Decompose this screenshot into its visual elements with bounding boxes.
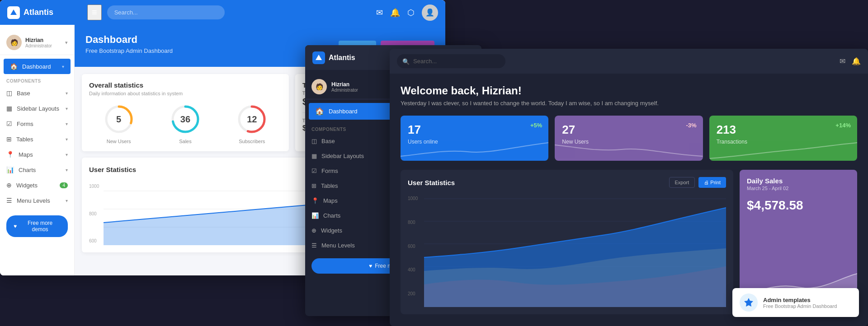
search-input-light[interactable] (107, 5, 225, 19)
gauge-circle-new-users: 5 (103, 103, 135, 135)
sidebar-item-label-forms: Forms (17, 121, 33, 127)
tables-chevron-icon: ▾ (66, 137, 68, 142)
forms-icon-dark: ☑ (311, 168, 317, 174)
sidebar-item-label-charts: Charts (19, 167, 36, 173)
y-label-800: 800 (89, 211, 104, 216)
base-chevron-icon: ▾ (66, 91, 68, 96)
logo-dark-sidebar: Atlantis (312, 51, 355, 64)
maps-icon-dark: 📍 (311, 197, 319, 204)
logo-text: Atlantis (24, 8, 53, 17)
tables-icon: ⊞ (6, 135, 12, 143)
sidebar-item-label-dashboard: Dashboard (22, 63, 51, 70)
menu-levels-label-dark: Menu Levels (321, 242, 355, 249)
forms-chevron-icon: ▾ (66, 121, 68, 126)
sidebar-item-sidebar-layouts[interactable]: ▦ Sidebar Layouts ▾ (0, 101, 74, 116)
free-demos-button[interactable]: ♥ Free more demos (6, 215, 68, 237)
sidebar-item-forms[interactable]: ☑ Forms ▾ (0, 116, 74, 131)
stat-change-transactions: +14% (835, 122, 851, 129)
export-button-dark[interactable]: Export (669, 177, 695, 188)
logo-light: Atlantis (7, 6, 82, 19)
widgets-label-dark: Widgets (321, 227, 342, 234)
sidebar-item-charts[interactable]: 📊 Charts ▾ (0, 162, 74, 177)
maps-label-dark: Maps (323, 197, 338, 204)
user-stats-actions-dark: Export 🖨 Print (669, 177, 726, 188)
topbar-dark-main: 🔍 ✉ 🔔 (390, 49, 868, 74)
maps-chevron-icon: ▾ (66, 152, 68, 157)
gauge-circle-sales: 36 (170, 103, 201, 135)
user-avatar: 🧑 (6, 35, 22, 50)
y-label-400-dark: 400 (408, 267, 424, 272)
stats-row: 17 Users online +5% 27 New Users -3% (401, 116, 857, 161)
gauge-label-sales: Sales (179, 139, 192, 144)
bell-icon-dark-main[interactable]: 🔔 (852, 57, 861, 65)
sidebar-item-base[interactable]: ◫ Base ▾ (0, 85, 74, 101)
stat-chart-users-online (401, 140, 548, 161)
components-section-label: COMPONENTS (0, 74, 74, 85)
user-stats-title: User Statistics (89, 166, 136, 173)
stat-change-users-online: +5% (530, 122, 542, 129)
heart-icon-dark: ♥ (369, 263, 372, 269)
username: Hizrian (25, 37, 52, 43)
sidebar-item-widgets[interactable]: ⊕ Widgets 4 (0, 177, 74, 193)
tables-icon-dark: ⊞ (311, 182, 316, 189)
sidebar-light: 🧑 Hizrian Administrator ▾ 🏠 Dashboard ▾ … (0, 25, 75, 275)
gauge-sales: 36 Sales (170, 103, 201, 144)
avatar[interactable]: 👤 (422, 5, 438, 21)
toast-icon (740, 293, 758, 312)
sidebar-item-menu-levels[interactable]: ☰ Menu Levels ▾ (0, 193, 74, 208)
sidebar-item-label-widgets: Widgets (16, 182, 38, 189)
base-icon: ◫ (6, 89, 12, 97)
gauge-label-subscribers: Subscribers (239, 139, 265, 144)
topbar-right-light: ✉ 🔔 ⬡ 👤 (376, 5, 438, 21)
layouts-chevron-icon: ▾ (66, 106, 68, 111)
tables-label-dark: Tables (321, 182, 338, 189)
bell-icon[interactable]: 🔔 (390, 8, 400, 18)
print-button-dark[interactable]: 🖨 Print (698, 177, 726, 188)
topbar-right-dark-main: ✉ 🔔 (840, 57, 861, 65)
sidebar-item-label-base: Base (17, 90, 30, 97)
user-role-dark: Administrator (331, 88, 358, 93)
user-stats-title-dark: User Statistics (408, 179, 455, 186)
gauge-label-new-users: New Users (107, 139, 131, 144)
gauge-new-users: 5 New Users (103, 103, 135, 144)
y-label-1000-dark: 1000 (408, 196, 424, 201)
welcome-subtitle: Yesterday I was clever, so I wanted to c… (401, 100, 857, 107)
stat-value-transactions: 213 (717, 123, 850, 137)
stat-card-transactions: 213 Transactions +14% (709, 116, 857, 161)
y-label-200-dark: 200 (408, 291, 424, 296)
layouts-icon-dark: ▦ (311, 153, 317, 159)
charts-icon: 📊 (6, 166, 14, 173)
y-label-1000: 1000 (89, 184, 104, 189)
menu-levels-chevron-icon: ▾ (66, 198, 68, 203)
mail-icon-dark-main[interactable]: ✉ (840, 57, 845, 65)
search-input-dark[interactable] (397, 54, 505, 68)
stat-card-new-users: 27 New Users -3% (555, 116, 703, 161)
mail-icon[interactable]: ✉ (376, 8, 383, 18)
svg-marker-0 (10, 9, 17, 15)
logo-text-dark: Atlantis (329, 54, 355, 62)
y-label-800-dark: 800 (408, 220, 424, 225)
free-demos-label: Free more demos (19, 220, 61, 233)
maps-icon: 📍 (6, 151, 14, 158)
gauge-subscribers: 12 Subscribers (236, 103, 268, 144)
y-label-600-dark: 600 (408, 244, 424, 249)
sidebar-item-maps[interactable]: 📍 Maps ▾ (0, 147, 74, 162)
hamburger-button[interactable]: ≡ (87, 5, 102, 20)
charts-label-dark: Charts (323, 212, 340, 219)
sidebar-item-label-menu-levels: Menu Levels (17, 197, 50, 204)
sidebar-item-tables[interactable]: ⊞ Tables ▾ (0, 131, 74, 147)
user-chevron-icon: ▾ (65, 40, 68, 46)
toast-subtitle: Free Bootstrap Admin Dashboard (763, 303, 837, 309)
widgets-badge: 4 (60, 182, 68, 188)
overall-stats-card: Overall statistics Daily information abo… (82, 74, 289, 151)
stats-gauges: 5 New Users (89, 103, 282, 144)
layers-icon[interactable]: ⬡ (407, 8, 415, 18)
user-role: Administrator (25, 43, 52, 48)
sidebar-item-dashboard[interactable]: 🏠 Dashboard ▾ (4, 59, 71, 74)
user-section: 🧑 Hizrian Administrator ▾ (0, 30, 74, 55)
stat-change-new-users: -3% (686, 122, 697, 129)
logo-icon (7, 6, 20, 19)
base-label-dark: Base (321, 138, 335, 144)
layouts-label-dark: Sidebar Layouts (321, 153, 364, 159)
window-dark-main: 🔍 ✉ 🔔 Welcome back, Hizrian! Yesterday I… (390, 49, 868, 326)
